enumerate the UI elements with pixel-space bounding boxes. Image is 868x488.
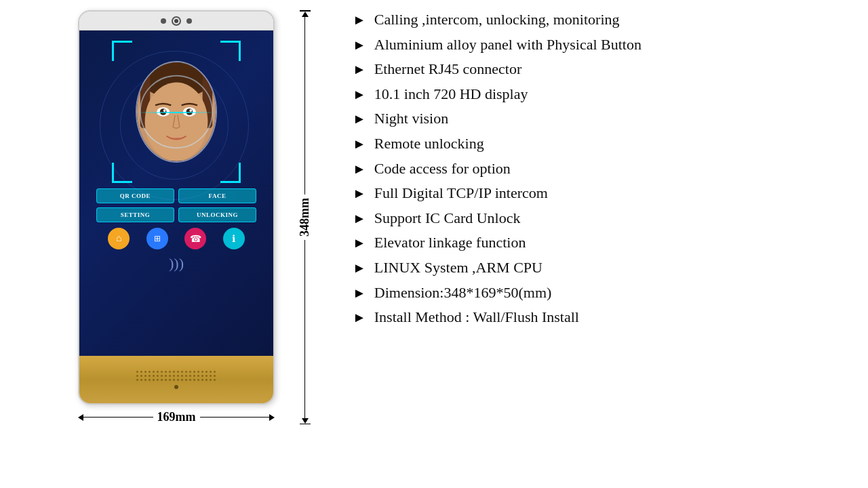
speaker-dot [189,379,191,381]
camera-dot-left [161,18,166,24]
speaker-dot [149,371,151,373]
feature-item: ► 10.1 inch 720 HD display [353,85,848,104]
height-dimension: 348mm [298,10,312,424]
speaker-dot [144,379,146,381]
speaker-dot [189,371,191,373]
feature-item: ► Support IC Card Unlock [353,209,848,228]
feature-arrow: ► [353,160,366,178]
speaker-dot [144,375,146,377]
feature-text: 10.1 inch 720 HD display [374,85,528,104]
feature-item: ► Aluminium alloy panel with Physical Bu… [353,35,848,55]
speaker-dot [153,371,155,373]
arrow-tip-down [302,418,309,424]
feature-text: Support IC Card Unlock [374,209,521,228]
camera-lens [172,16,181,26]
grid-icon: ⊞ [154,234,161,244]
speaker-dot [197,371,199,373]
feature-text: Code access for option [374,159,511,179]
screen-icons-row: ⌂ ⊞ ☎ ℹ [86,222,267,249]
arrow-line-v-top [304,17,306,195]
device-diagram-section: QR CODE FACE SETTING UNLOCKING ⌂ ⊞ [14,7,339,424]
feature-text: Calling ,intercom, unlocking, monitoring [374,10,620,30]
feature-text: Night vision [374,109,448,129]
info-icon-btn: ℹ [223,228,245,249]
width-dimension: 169mm [78,410,275,424]
speaker-dot [136,379,138,381]
arrow-line-h-right [200,417,270,418]
speaker-dot [197,379,199,381]
speaker-dot [161,371,163,373]
speaker-dot [157,379,159,381]
device-top-bar [79,12,273,30]
speaker-dot [140,379,142,381]
arrow-tip-left [78,411,83,424]
feature-text: Full Digital TCP/IP intercom [374,184,548,203]
feature-text: Ethernet RJ45 connector [374,60,522,79]
bottom-tick [300,424,311,425]
speaker-dot [193,379,195,381]
speaker-dot [157,371,159,373]
width-label: 169mm [153,410,200,424]
speaker-dot [153,379,155,381]
feature-text: Elevator linkage function [374,233,526,253]
speaker-dot [214,375,216,377]
nfc-icon: ))) [169,255,184,272]
speaker-dot [214,371,216,373]
feature-text: Install Method : Wall/Flush Install [374,308,579,327]
features-section: ► Calling ,intercom, unlocking, monitori… [339,7,854,336]
unlocking-btn: UNLOCKING [178,207,256,222]
feature-arrow: ► [353,110,366,127]
feature-item: ► Remote unlocking [353,134,848,154]
device: QR CODE FACE SETTING UNLOCKING ⌂ ⊞ [78,10,275,405]
feature-item: ► Night vision [353,109,848,129]
speaker-dot [193,375,195,377]
feature-arrow: ► [353,36,366,54]
speaker-dot [165,375,167,377]
phone-icon: ☎ [190,233,201,245]
speaker-dot [165,371,167,373]
speaker-dot [177,371,179,373]
speaker-dot [161,375,163,377]
speaker-dot [149,375,151,377]
phone-icon-btn: ☎ [184,228,206,249]
setting-btn: SETTING [96,207,174,222]
speaker-dot [205,371,208,373]
speaker-dot [185,375,187,377]
speaker-dot [201,375,203,377]
speaker-dot [197,375,199,377]
arrow-line-v-bottom [304,240,306,418]
speaker-dot [136,371,138,373]
speaker-dot [161,379,163,381]
svg-point-4 [145,83,208,161]
feature-item: ► Code access for option [353,159,848,179]
speaker-dot [173,379,175,381]
arrow-tip-right [269,411,275,424]
speaker-dot [189,375,191,377]
scan-line [137,112,216,113]
face-recognition-area [112,41,241,183]
speaker-dot [214,379,216,381]
speaker-dot [177,379,179,381]
height-label: 348mm [298,195,312,240]
arrow-line-h-left [83,417,153,418]
speaker-dot [185,371,187,373]
feature-text: Remote unlocking [374,134,484,154]
feature-item: ► LINUX System ,ARM CPU [353,258,848,278]
speaker-dot [169,375,171,377]
home-icon-btn: ⌂ [108,228,130,249]
speaker-dot [210,379,212,381]
feature-arrow: ► [353,234,366,251]
feature-text: LINUX System ,ARM CPU [374,258,542,278]
corner-bl [112,163,132,183]
face-oval [136,61,217,163]
feature-arrow: ► [353,135,366,152]
feature-text: Aluminium alloy panel with Physical Butt… [374,35,642,55]
speaker-dot [136,375,138,377]
home-icon: ⌂ [116,233,121,244]
center-dot [174,385,178,389]
speaker-grid: // Will be rendered inline [136,371,216,382]
speaker-dot [201,371,203,373]
speaker-dot [205,379,208,381]
features-list: ► Calling ,intercom, unlocking, monitori… [353,10,848,327]
feature-text: Dimension:348*169*50(mm) [374,283,552,303]
